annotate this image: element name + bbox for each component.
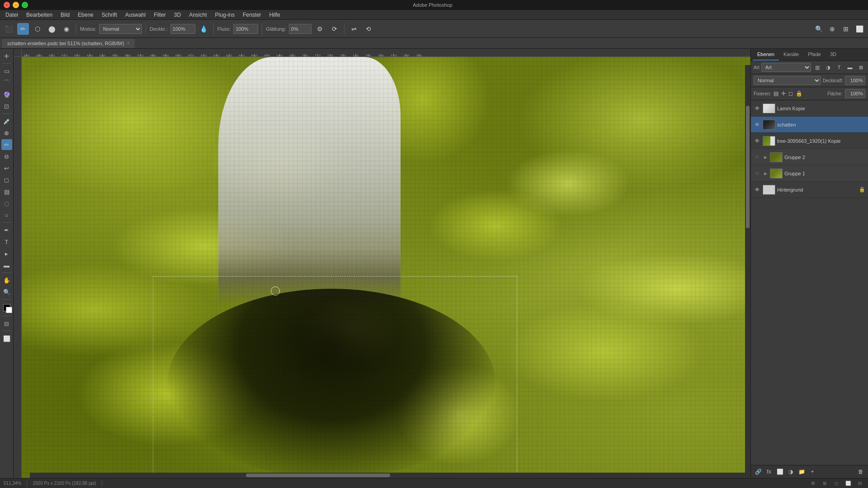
- layer-visibility-gruppe1[interactable]: 👁: [754, 170, 761, 177]
- dodge-tool[interactable]: ○: [1, 210, 12, 221]
- marquee-rect-tool[interactable]: ▭: [1, 66, 12, 76]
- gradient-tool[interactable]: ▤: [1, 186, 12, 197]
- text-tool[interactable]: T: [1, 236, 12, 247]
- layer-visibility-schatten[interactable]: 👁: [754, 121, 761, 128]
- layer-group-icon[interactable]: 📁: [797, 467, 806, 476]
- pen-tool[interactable]: ✒: [1, 225, 12, 235]
- opacity-input[interactable]: [170, 24, 195, 34]
- hand-tool[interactable]: ✋: [1, 275, 12, 286]
- menu-bearbeiten[interactable]: Bearbeiten: [23, 11, 56, 19]
- blend-mode-select[interactable]: Normal Multiplizieren Abwedeln: [99, 24, 142, 34]
- move-tool[interactable]: ✛: [1, 51, 12, 61]
- menu-plugins[interactable]: Plug-ins: [212, 11, 238, 19]
- horizontal-scrollbar[interactable]: [30, 473, 750, 478]
- brush-tool-icon[interactable]: ✏: [17, 23, 29, 35]
- flow-input[interactable]: [233, 24, 258, 34]
- menu-3d[interactable]: 3D: [170, 11, 184, 19]
- arrange-icon[interactable]: ⊞: [840, 23, 852, 35]
- history-brush-tool[interactable]: ↩: [1, 163, 12, 174]
- shape-tool[interactable]: ▬: [1, 260, 12, 271]
- statusbar-icon-1[interactable]: ⚙: [808, 479, 817, 488]
- brush-hardness-icon[interactable]: ◉: [61, 23, 72, 35]
- tab-kanaele[interactable]: Kanäle: [779, 49, 803, 61]
- doc-tab-close[interactable]: ×: [127, 41, 130, 46]
- filter-adjustment-icon[interactable]: ◑: [824, 63, 833, 72]
- statusbar-icon-4[interactable]: ⬜: [844, 479, 853, 488]
- menu-datei[interactable]: Datei: [2, 11, 22, 19]
- menu-ebene[interactable]: Ebene: [74, 11, 97, 19]
- crop-tool[interactable]: ⊡: [1, 101, 12, 112]
- layer-item-gruppe1[interactable]: 👁 ▶ Gruppe 1: [751, 165, 868, 182]
- fill-input[interactable]: [845, 89, 865, 98]
- canvas-area[interactable]: 480 490 500 510 520 530 540 550 560 570 …: [14, 49, 750, 478]
- vertical-scroll-thumb[interactable]: [746, 106, 750, 228]
- layer-blend-select[interactable]: Normal Multiplizieren Abwedeln Aufhellen: [754, 76, 821, 85]
- vertical-scrollbar[interactable]: [745, 65, 750, 473]
- lock-artboard-icon[interactable]: ◻: [788, 90, 793, 97]
- zoom-tool[interactable]: 🔍: [1, 286, 12, 297]
- smoothing-input[interactable]: [289, 24, 311, 34]
- horizontal-scroll-thumb[interactable]: [246, 474, 390, 477]
- statusbar-icon-2[interactable]: ⊞: [820, 479, 829, 488]
- move-tool-icon[interactable]: ⬛: [3, 23, 14, 35]
- magic-wand-tool[interactable]: 🔮: [1, 89, 12, 100]
- smoothing-settings-icon[interactable]: ⚙: [314, 23, 326, 35]
- menu-bild[interactable]: Bild: [57, 11, 73, 19]
- layer-delete-icon[interactable]: 🗑: [856, 467, 865, 476]
- canvas-content[interactable]: [22, 57, 750, 478]
- eyedropper-tool[interactable]: 💉: [1, 116, 12, 127]
- layer-mask-icon[interactable]: ⬜: [775, 467, 784, 476]
- tab-3d[interactable]: 3D: [826, 49, 841, 61]
- canvas-rotate-icon[interactable]: ⟲: [363, 23, 374, 35]
- heal-tool[interactable]: ⊕: [1, 127, 12, 138]
- layer-expand-gruppe2[interactable]: ▶: [763, 155, 768, 160]
- minimize-button[interactable]: −: [13, 2, 19, 8]
- blur-tool[interactable]: ◌: [1, 198, 12, 209]
- screen-mode[interactable]: ⬜: [1, 333, 12, 344]
- brush-tool[interactable]: ✏: [1, 139, 12, 150]
- layer-item-gruppe2[interactable]: 👁 ▶ Gruppe 2: [751, 149, 868, 165]
- layer-item-tree[interactable]: 👁 tree-3095663_1920(1) Kopie: [751, 133, 868, 149]
- layer-link-icon[interactable]: 🔗: [754, 467, 763, 476]
- layer-fx-icon[interactable]: fx: [764, 467, 774, 476]
- search-icon[interactable]: 🔍: [813, 23, 825, 35]
- menu-filter[interactable]: Filter: [150, 11, 170, 19]
- layer-item-hintergrund[interactable]: 👁 Hintergrund 🔒: [751, 182, 868, 198]
- airbrush-icon[interactable]: 💧: [198, 23, 210, 35]
- filter-text-icon[interactable]: T: [835, 63, 844, 72]
- background-color[interactable]: [6, 307, 12, 313]
- menu-auswahl[interactable]: Auswahl: [122, 11, 149, 19]
- screen-mode-icon[interactable]: ⬜: [854, 23, 865, 35]
- statusbar-icon-3[interactable]: ◻: [832, 479, 841, 488]
- zoom-level-icon[interactable]: ⊕: [826, 23, 838, 35]
- tab-pfade[interactable]: Pfade: [803, 49, 826, 61]
- layer-visibility-tree[interactable]: 👁: [754, 137, 761, 145]
- clone-tool[interactable]: ⊖: [1, 151, 12, 162]
- layers-filter-select[interactable]: Art Name Effekte: [761, 63, 811, 72]
- menu-ansicht[interactable]: Ansicht: [185, 11, 210, 19]
- brush-preset-icon[interactable]: ⬡: [32, 23, 43, 35]
- filter-smartobj-icon[interactable]: ⊠: [856, 63, 865, 72]
- filter-shape-icon[interactable]: ▬: [845, 63, 854, 72]
- lock-all-icon[interactable]: 🔒: [796, 90, 802, 97]
- angle-icon[interactable]: ⟳: [329, 23, 340, 35]
- path-select-tool[interactable]: ▸: [1, 248, 12, 259]
- tab-ebenen[interactable]: Ebenen: [753, 49, 779, 61]
- maximize-button[interactable]: □: [22, 2, 28, 8]
- brush-size-icon[interactable]: ⬤: [46, 23, 58, 35]
- layer-visibility-hintergrund[interactable]: 👁: [754, 186, 761, 193]
- layer-visibility-lamm-kopie[interactable]: 👁: [754, 105, 761, 112]
- filter-pixel-icon[interactable]: ▥: [813, 63, 822, 72]
- document-tab[interactable]: schatten erstellen.psdc bei 511% (schatt…: [2, 39, 135, 48]
- close-button[interactable]: ×: [4, 2, 10, 8]
- lasso-tool[interactable]: ⌒: [1, 77, 12, 88]
- lock-position-icon[interactable]: ✛: [781, 90, 786, 97]
- statusbar-icon-5[interactable]: ⊟: [855, 479, 864, 488]
- quick-mask-mode[interactable]: ⊟: [1, 318, 12, 329]
- lock-pixels-icon[interactable]: ▤: [774, 90, 778, 97]
- menu-hilfe[interactable]: Hilfe: [266, 11, 284, 19]
- layer-item-lamm-kopie[interactable]: 👁 Lamm Kopie: [751, 100, 868, 117]
- menu-schrift[interactable]: Schrift: [98, 11, 121, 19]
- layer-visibility-gruppe2[interactable]: 👁: [754, 154, 761, 161]
- layer-item-schatten[interactable]: 👁 schatten: [751, 117, 868, 133]
